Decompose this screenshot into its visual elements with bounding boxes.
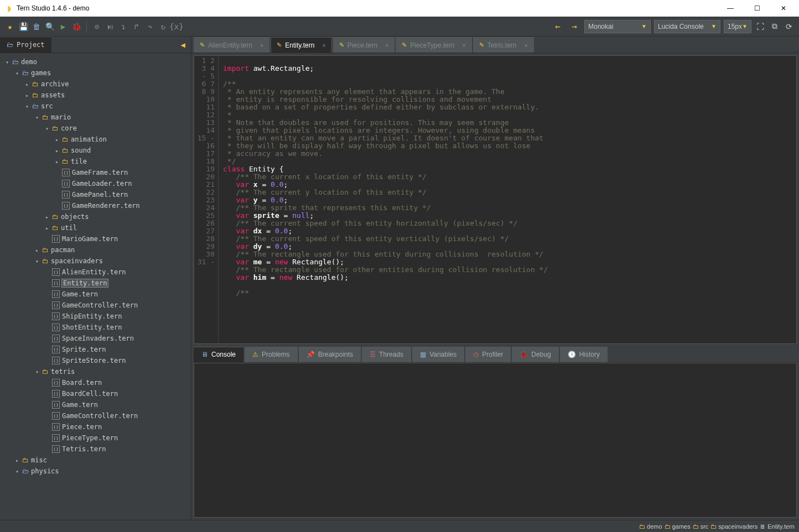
editor-tab[interactable]: ✎PieceType.tern× <box>396 37 471 53</box>
project-tree[interactable]: ▾🗁demo▾🗁games▸🗀archive▸🗀assets▾🗁src▾🗀mar… <box>0 53 191 520</box>
tree-item[interactable]: ⟨⟩GameController.tern <box>0 300 191 311</box>
tree-item[interactable]: ⟨⟩SpaceInvaders.tern <box>0 333 191 344</box>
tree-item[interactable]: ⟨⟩GameRenderer.tern <box>0 200 191 211</box>
minimize-button[interactable]: — <box>719 0 741 17</box>
tree-item[interactable]: ⟨⟩AlienEntity.tern <box>0 267 191 278</box>
fullscreen-icon[interactable]: ⛶ <box>755 21 766 32</box>
project-tab[interactable]: 🗁 Project <box>0 36 51 53</box>
editor-tab[interactable]: ✎AlienEntity.tern× <box>194 37 269 53</box>
search-icon[interactable]: 🔍 <box>44 21 55 32</box>
tree-item[interactable]: ⟨⟩GameLoader.tern <box>0 178 191 189</box>
panel-tab-profiler[interactable]: ◷Profiler <box>465 347 511 362</box>
tree-item[interactable]: ▾🗀spaceinvaders <box>0 255 191 267</box>
tree-item[interactable]: ▾🗀core <box>0 123 191 134</box>
folder-icon: 🗀 <box>710 523 717 530</box>
tree-item[interactable]: ⟨⟩Sprite.tern <box>0 344 191 355</box>
close-tab-icon[interactable]: × <box>385 42 388 49</box>
panel-tab-console[interactable]: 🖥Console <box>194 347 243 362</box>
tree-item[interactable]: ▸🗀util <box>0 222 191 233</box>
editor-tab[interactable]: ✎Entity.tern× <box>271 37 332 53</box>
tree-item[interactable]: ▸🗀assets <box>0 90 191 101</box>
close-tab-icon[interactable]: × <box>462 42 465 49</box>
step-over-icon[interactable]: ↷ <box>144 21 155 32</box>
tree-item[interactable]: ▾🗀mario <box>0 112 191 123</box>
breadcrumb-item[interactable]: 🗎Entity.tern <box>760 523 795 530</box>
tree-item[interactable]: ⟨⟩Tetris.tern <box>0 444 191 455</box>
nav-back-button[interactable]: ← <box>551 20 564 33</box>
restart-icon[interactable]: ↻ <box>158 21 169 32</box>
run-icon[interactable]: ▶ <box>58 21 69 32</box>
star-icon[interactable]: ★ <box>4 21 15 32</box>
tree-item[interactable]: ⟨⟩GameFrame.tern <box>0 167 191 178</box>
tree-item[interactable]: ⟨⟩SpriteStore.tern <box>0 355 191 366</box>
tree-item[interactable]: ▸🗀pacman <box>0 244 191 255</box>
tree-item[interactable]: ⟨⟩Piece.tern <box>0 421 191 432</box>
tree-item[interactable]: ▸🗀animation <box>0 134 191 145</box>
panel-tab-debug[interactable]: 🐞Debug <box>512 347 558 362</box>
tab-label: Piece.tern <box>347 41 377 49</box>
tree-item[interactable]: ▸🗀misc <box>0 455 191 466</box>
theme-dropdown[interactable]: Monokai▼ <box>584 20 651 33</box>
popout-icon[interactable]: ⧉ <box>769 21 780 32</box>
code-content[interactable]: import awt.Rectangle; /** * An entity re… <box>219 56 796 343</box>
breadcrumb-item[interactable]: 🗀spaceinvaders <box>710 523 758 530</box>
folder-icon: 🗀 <box>693 523 699 530</box>
tree-label: GameLoader.tern <box>72 180 132 187</box>
tree-label: BoardCell.tern <box>62 390 118 398</box>
tree-item[interactable]: ⟨⟩BoardCell.tern <box>0 388 191 399</box>
panel-tab-breakpoints[interactable]: 📌Breakpoints <box>299 347 361 362</box>
tree-item[interactable]: ▸🗀sound <box>0 145 191 156</box>
tree-item[interactable]: ▾🗁games <box>0 67 191 79</box>
font-dropdown[interactable]: Lucida Console▼ <box>654 20 720 33</box>
caret-icon: ▸ <box>54 137 60 143</box>
save-icon[interactable]: 💾 <box>18 21 29 32</box>
maximize-button[interactable]: ☐ <box>746 0 768 17</box>
tree-item[interactable]: ⟨⟩Game.tern <box>0 399 191 410</box>
tree-item[interactable]: ▾🗀tetris <box>0 366 191 377</box>
size-dropdown[interactable]: 15px▼ <box>724 20 751 33</box>
close-tab-icon[interactable]: × <box>260 42 263 49</box>
tree-item[interactable]: ⟨⟩Board.tern <box>0 377 191 388</box>
panel-tab-problems[interactable]: ⚠Problems <box>245 347 298 362</box>
breadcrumb-item[interactable]: 🗀games <box>665 523 691 530</box>
tree-label: MarioGame.tern <box>62 235 118 243</box>
tree-item[interactable]: ⟨⟩GameController.tern <box>0 410 191 421</box>
step-out-icon[interactable]: ↱ <box>131 21 142 32</box>
console-body[interactable] <box>194 363 797 518</box>
code-editor[interactable]: 1 2 3 4 - 5 6 7 8 9 10 11 12 13 14 15 - … <box>194 55 797 344</box>
refresh-icon[interactable]: ⟳ <box>784 21 795 32</box>
panel-tab-threads[interactable]: ☰Threads <box>362 347 411 362</box>
close-tab-icon[interactable]: × <box>322 42 325 49</box>
step-into-icon[interactable]: ↴ <box>118 21 129 32</box>
editor-tab[interactable]: ✎Piece.tern× <box>333 37 395 53</box>
resume-icon[interactable]: ⏯ <box>105 21 116 32</box>
tree-item[interactable]: ▾🗁src <box>0 101 191 112</box>
breadcrumb-item[interactable]: 🗀demo <box>639 523 662 530</box>
debug-icon[interactable]: 🐞 <box>71 21 82 32</box>
panel-tab-variables[interactable]: ▦Variables <box>412 347 464 362</box>
tree-item[interactable]: ▸🗀tile <box>0 156 191 167</box>
tree-label: AlienEntity.tern <box>62 268 126 276</box>
stop-icon[interactable]: ⊘ <box>91 21 102 32</box>
tree-item[interactable]: ⟨⟩Entity.tern <box>0 278 191 289</box>
tree-item[interactable]: ⟨⟩MarioGame.tern <box>0 233 191 244</box>
close-button[interactable]: ✕ <box>772 0 795 17</box>
expr-icon[interactable]: {x} <box>171 21 182 32</box>
tree-item[interactable]: ▸🗀objects <box>0 211 191 222</box>
editor-tab[interactable]: ✎Tetris.tern× <box>473 37 534 53</box>
nav-forward-button[interactable]: → <box>568 20 581 33</box>
close-tab-icon[interactable]: × <box>524 42 527 49</box>
tree-item[interactable]: ⟨⟩ShotEntity.tern <box>0 322 191 333</box>
panel-tab-history[interactable]: 🕓History <box>560 347 608 362</box>
tree-item[interactable]: ⟨⟩ShipEntity.tern <box>0 311 191 322</box>
tree-item[interactable]: ⟨⟩PieceType.tern <box>0 432 191 444</box>
breadcrumb-item[interactable]: 🗀src <box>693 523 709 530</box>
tree-item[interactable]: ⟨⟩GamePanel.tern <box>0 189 191 200</box>
trash-icon[interactable]: 🗑 <box>31 21 42 32</box>
tree-item[interactable]: ▾🗁physics <box>0 466 191 477</box>
collapse-sidebar-icon[interactable]: ◀ <box>175 40 191 49</box>
tree-item[interactable]: ▾🗁demo <box>0 56 191 67</box>
tree-item[interactable]: ▸🗀archive <box>0 79 191 90</box>
tree-item[interactable]: ⟨⟩Game.tern <box>0 289 191 300</box>
caret-icon: ▸ <box>44 214 50 220</box>
